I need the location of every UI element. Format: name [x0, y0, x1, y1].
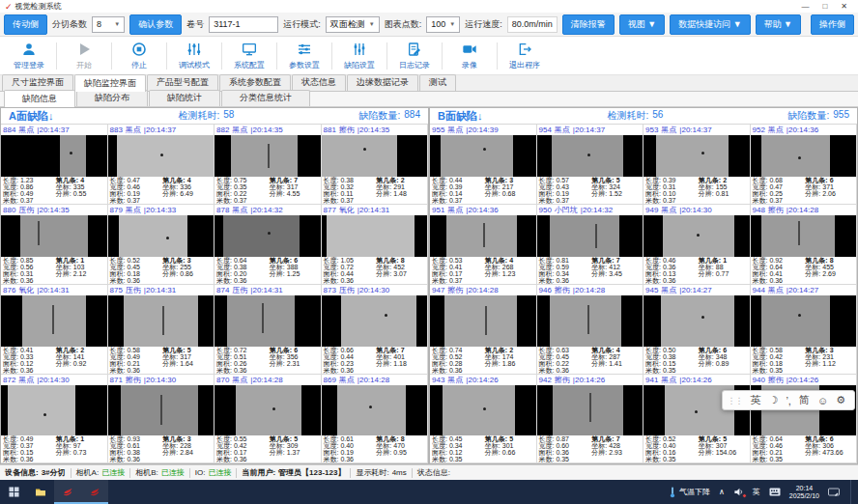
defect-cell[interactable]: 869黑点|20:14:28长度: 0.61宽度: 0.40面积: 0.19米数… [322, 375, 429, 463]
defect-cell[interactable]: 880压伤|20:14:35长度: 0.85宽度: 0.56面积: 0.31米数… [1, 205, 108, 285]
defect-cell[interactable]: 876氧化|20:14:31长度: 0.41宽度: 0.33面积: 0.12米数… [1, 285, 108, 375]
defect-thumbnail[interactable] [214, 215, 321, 257]
inspection-app-button[interactable] [54, 480, 81, 504]
show-desktop-button[interactable] [850, 480, 854, 504]
file-explorer-button[interactable] [27, 480, 54, 504]
main-tab[interactable]: 边缘数据记录 [347, 74, 418, 91]
main-tab[interactable]: 系统参数配置 [219, 74, 291, 91]
view-menu-button[interactable]: 视图 ▼ [619, 14, 665, 35]
login-button[interactable]: 管理登录 [4, 40, 54, 72]
defect-cell[interactable]: 881擦伤|20:14:35长度: 0.38宽度: 0.32面积: 0.11米数… [322, 125, 429, 205]
defect-cell[interactable]: 947擦伤|20:14:28长度: 0.74宽度: 0.52面积: 0.28米数… [430, 285, 537, 375]
sub-tab[interactable]: 分类信息统计 [221, 90, 310, 106]
minimize-button[interactable]: — [801, 2, 809, 11]
defect-thumbnail[interactable] [108, 295, 214, 347]
defect-thumbnail[interactable] [430, 215, 536, 257]
inspection-app-button-2[interactable] [81, 480, 108, 504]
system-config-button[interactable]: 系统配置 [224, 40, 274, 72]
defect-cell[interactable]: 950小凹坑|20:14:32长度: 0.81宽度: 0.59面积: 0.34米… [537, 205, 644, 285]
defect-thumbnail[interactable] [108, 385, 214, 435]
defect-cell[interactable]: 949黑点|20:14:30长度: 0.46宽度: 0.36面积: 0.13米数… [644, 205, 751, 285]
stop-button[interactable]: 停止 [114, 40, 164, 72]
run-mode-select[interactable]: 双面检测 ▼ [326, 16, 380, 33]
clock[interactable]: 20:14 2025/2/10 [789, 485, 819, 500]
defect-thumbnail[interactable] [1, 135, 107, 177]
defect-cell[interactable]: 952黑点|20:14:36长度: 0.68宽度: 0.47面积: 0.25米数… [751, 125, 858, 205]
tray-expand-chevron[interactable]: ∧ [719, 488, 725, 496]
defect-cell[interactable]: 870黑点|20:14:28长度: 0.55宽度: 0.42面积: 0.17米数… [214, 375, 322, 463]
defect-thumbnail[interactable] [430, 385, 536, 435]
maximize-button[interactable]: □ [822, 2, 827, 11]
defect-cell[interactable]: 946擦伤|20:14:28长度: 0.63宽度: 0.45面积: 0.22米数… [537, 285, 644, 375]
ime-lang-en[interactable]: 英 [751, 393, 761, 407]
defect-settings-button[interactable]: 缺陷设置 [334, 40, 385, 72]
defect-thumbnail[interactable] [322, 385, 428, 435]
ime-night-icon[interactable]: ☽ [769, 394, 779, 406]
sub-tab[interactable]: 缺陷信息 [4, 90, 75, 107]
confirm-params-button[interactable]: 确认参数 [129, 14, 182, 35]
defect-cell[interactable]: 953黑点|20:14:37长度: 0.39宽度: 0.31面积: 0.10米数… [644, 125, 751, 205]
defect-thumbnail[interactable] [644, 295, 750, 347]
defect-cell[interactable]: 882黑点|20:14:35长度: 0.75宽度: 0.35面积: 0.22米数… [214, 125, 322, 205]
exit-button[interactable]: 退出程序 [500, 40, 550, 72]
defect-cell[interactable]: 878黑点|20:14:32长度: 0.64宽度: 0.38面积: 0.20米数… [214, 205, 322, 285]
ime-tray-icon[interactable] [769, 487, 781, 497]
start-button[interactable]: 开始 [59, 40, 109, 72]
defect-thumbnail[interactable] [214, 385, 321, 435]
help-menu-button[interactable]: 帮助 ▼ [756, 14, 801, 35]
defect-thumbnail[interactable] [1, 295, 107, 347]
defect-thumbnail[interactable] [751, 135, 857, 177]
ime-drag-handle[interactable]: ⋮⋮ [728, 396, 743, 406]
clear-alarm-button[interactable]: 清除报警 [562, 14, 615, 35]
defect-thumbnail[interactable] [644, 135, 750, 177]
debug-mode-button[interactable]: 调试模式 [169, 40, 219, 72]
close-button[interactable]: ✕ [841, 2, 847, 11]
param-settings-button[interactable]: 参数设置 [279, 40, 329, 72]
defect-cell[interactable]: 871擦伤|20:14:30长度: 0.93宽度: 0.61面积: 0.38米数… [108, 375, 215, 463]
defect-thumbnail[interactable] [322, 135, 428, 177]
defect-cell[interactable]: 941黑点|20:14:26长度: 0.52宽度: 0.40面积: 0.16米数… [644, 375, 751, 463]
defect-thumbnail[interactable] [108, 135, 214, 177]
defect-cell[interactable]: 955黑点|20:14:39长度: 0.44宽度: 0.39面积: 0.14米数… [430, 125, 537, 205]
roll-number-input[interactable]: 3117-1 [209, 16, 278, 33]
defect-cell[interactable]: 883黑点|20:14:37长度: 0.47宽度: 0.46面积: 0.19米数… [108, 125, 215, 205]
defect-cell[interactable]: 944黑点|20:14:27长度: 0.58宽度: 0.42面积: 0.18米数… [751, 285, 858, 375]
main-tab[interactable]: 尺寸监控界面 [2, 74, 73, 91]
start-button[interactable] [0, 480, 27, 504]
ime-punct-icon[interactable]: ’, [786, 395, 791, 406]
touch-keyboard-icon[interactable] [828, 487, 840, 497]
language-indicator[interactable]: 英 [753, 487, 760, 497]
defect-cell[interactable]: 884黑点|20:14:37长度: 1.23宽度: 0.86面积: 0.49米数… [1, 125, 108, 205]
defect-cell[interactable]: 873压伤|20:14:30长度: 0.66宽度: 0.44面积: 0.23米数… [322, 285, 429, 375]
defect-thumbnail[interactable] [322, 295, 428, 347]
ime-simplified[interactable]: 简 [799, 393, 810, 407]
sub-tab[interactable]: 缺陷分布 [76, 90, 148, 106]
defect-thumbnail[interactable] [644, 215, 750, 257]
defect-cell[interactable]: 943黑点|20:14:26长度: 0.45宽度: 0.34面积: 0.12米数… [430, 375, 537, 463]
defect-cell[interactable]: 942擦伤|20:14:26长度: 0.87宽度: 0.60面积: 0.36米数… [537, 375, 644, 463]
panel-title[interactable]: A面缺陷↓ [9, 109, 53, 124]
defect-thumbnail[interactable] [322, 215, 428, 257]
defect-thumbnail[interactable] [1, 215, 107, 257]
defect-cell[interactable]: 877氧化|20:14:31长度: 1.05宽度: 0.72面积: 0.44米数… [322, 205, 429, 285]
panel-title[interactable]: B面缺陷↓ [438, 109, 482, 124]
defect-thumbnail[interactable] [214, 295, 321, 347]
ime-emoji-icon[interactable]: ☺ [817, 395, 828, 406]
sub-tab[interactable]: 缺陷统计 [149, 90, 220, 106]
log-button[interactable]: 日志记录 [389, 40, 440, 72]
defect-thumbnail[interactable] [751, 295, 857, 347]
ime-settings-icon[interactable]: ⚙ [836, 394, 845, 406]
defect-cell[interactable]: 948擦伤|20:14:28长度: 0.92宽度: 0.64面积: 0.41米数… [751, 205, 858, 285]
defect-cell[interactable]: 872黑点|20:14:30长度: 0.49宽度: 0.37面积: 0.15米数… [1, 375, 108, 463]
defect-thumbnail[interactable] [430, 135, 536, 177]
defect-thumbnail[interactable] [537, 295, 644, 347]
main-tab[interactable]: 测试 [419, 74, 456, 91]
defect-thumbnail[interactable] [108, 215, 214, 257]
defect-thumbnail[interactable] [537, 215, 644, 257]
defect-thumbnail[interactable] [430, 295, 536, 347]
volume-icon[interactable] [733, 487, 744, 497]
defect-cell[interactable]: 874压伤|20:14:31长度: 0.72宽度: 0.51面积: 0.26米数… [214, 285, 322, 375]
defect-cell[interactable]: 940擦伤|20:14:26长度: 0.64宽度: 0.46面积: 0.21米数… [751, 375, 858, 463]
defect-cell[interactable]: 954黑点|20:14:37长度: 0.57宽度: 0.43面积: 0.19米数… [537, 125, 644, 205]
operator-side-button[interactable]: 操作侧 [811, 14, 854, 35]
